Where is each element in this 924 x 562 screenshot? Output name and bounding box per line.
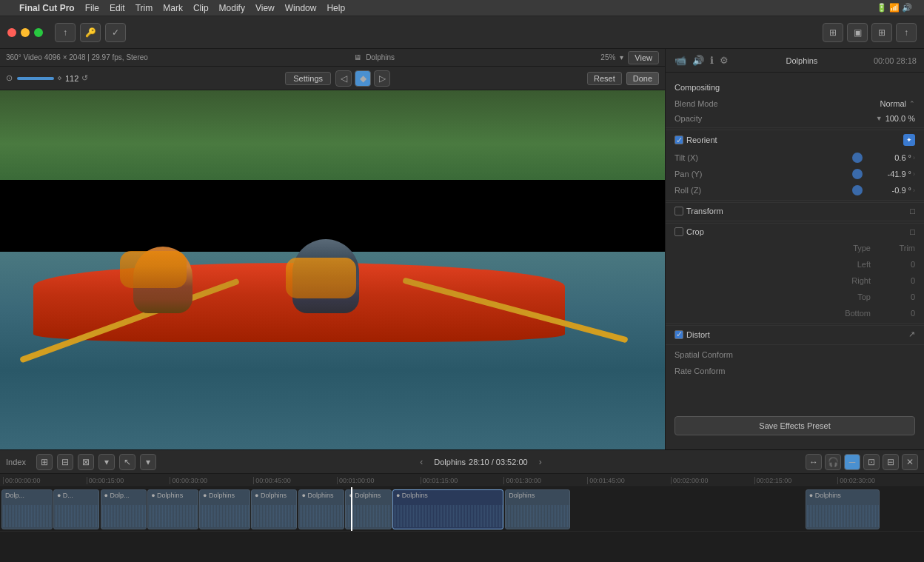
- crop-checkbox[interactable]: [674, 227, 683, 236]
- clip-9[interactable]: Dolphins: [505, 489, 569, 529]
- timeline-snap-btn[interactable]: ↔: [806, 454, 822, 470]
- close-window-button[interactable]: [7, 28, 16, 37]
- main-toolbar: ↑ 🔑 ✓ ⊞ ▣ ⊞ ↑: [0, 16, 924, 49]
- distort-checkbox[interactable]: ✓: [674, 330, 683, 339]
- reset-button[interactable]: Reset: [587, 72, 622, 85]
- layout-button[interactable]: ▣: [847, 23, 868, 42]
- menu-clip[interactable]: Clip: [193, 3, 209, 13]
- tilt-value[interactable]: 0.6 °: [867, 153, 911, 162]
- transform-checkbox[interactable]: [674, 207, 683, 215]
- distort-section-toggle[interactable]: ✓ Distort ↗: [666, 325, 924, 343]
- transform-expand-icon[interactable]: □: [910, 207, 915, 215]
- timeline-next-btn[interactable]: ›: [534, 457, 547, 467]
- prev-frame-button[interactable]: ◁: [335, 70, 352, 87]
- next-frame-button[interactable]: ▷: [374, 70, 390, 87]
- clip-7-label: ● Dolphins: [349, 492, 381, 499]
- timeline-zoom-btn[interactable]: ✕: [902, 454, 918, 470]
- crop-top-value[interactable]: 0: [871, 292, 915, 301]
- key-button[interactable]: 🔑: [80, 23, 101, 42]
- timeline-headphone-btn[interactable]: 🎧: [825, 454, 841, 470]
- settings-tab[interactable]: ⚙: [718, 53, 730, 67]
- vest2-layer: [286, 258, 356, 298]
- clip-4[interactable]: ● Dolphins: [199, 489, 250, 529]
- clip-6-waveform: [299, 505, 344, 527]
- clip-0[interactable]: Dolp...: [1, 489, 53, 529]
- timeline-dropdown-btn[interactable]: ▾: [98, 454, 115, 470]
- clip-2-label: ● Dolp...: [104, 492, 130, 499]
- crop-left-value[interactable]: 0: [871, 260, 915, 269]
- roll-circle-icon[interactable]: [852, 185, 863, 195]
- view-button[interactable]: View: [628, 51, 659, 64]
- zoom-level[interactable]: 25%: [600, 53, 615, 61]
- info-tab[interactable]: ℹ: [709, 53, 715, 67]
- reorient-icon[interactable]: ✦: [903, 134, 915, 146]
- crop-bottom-value[interactable]: 0: [871, 309, 915, 318]
- save-preset-button[interactable]: Save Effects Preset: [674, 416, 915, 435]
- crop-section-toggle[interactable]: Crop □: [666, 223, 924, 240]
- crop-left-label: Left: [674, 260, 871, 269]
- opacity-value[interactable]: 100.0 %: [886, 114, 915, 123]
- zoom-dropdown-icon[interactable]: ▾: [620, 53, 623, 61]
- menu-modify[interactable]: Modify: [219, 3, 245, 13]
- pan-value[interactable]: -41.9 °: [867, 170, 911, 178]
- playhead[interactable]: [351, 487, 352, 531]
- opacity-dropdown-icon[interactable]: ▼: [876, 115, 883, 122]
- blend-mode-value[interactable]: Normal ⌃: [880, 99, 915, 108]
- video-tab[interactable]: 📹: [673, 53, 688, 67]
- share-button[interactable]: ↑: [896, 23, 917, 42]
- ruler-mark-10: 00:02:30:00: [837, 477, 921, 484]
- arrow-tool-btn[interactable]: ↖: [119, 454, 135, 470]
- reorient-checkbox[interactable]: ✓: [674, 136, 683, 144]
- menu-edit[interactable]: Edit: [110, 3, 125, 13]
- menu-view[interactable]: View: [255, 3, 275, 13]
- clip-7-waveform: [346, 505, 390, 527]
- spatial-conform-row: Spatial Conform: [666, 347, 924, 363]
- center-button[interactable]: ◆: [355, 70, 371, 87]
- timeline-link-btn[interactable]: ─: [844, 454, 860, 470]
- menu-help[interactable]: Help: [327, 3, 345, 13]
- reset-icon[interactable]: ↺: [81, 73, 88, 83]
- grid-button[interactable]: ⊞: [823, 23, 843, 42]
- minimize-window-button[interactable]: [21, 28, 30, 37]
- timeline-clip-btn[interactable]: ⊞: [36, 454, 53, 470]
- timeline-prev-btn[interactable]: ‹: [415, 457, 428, 467]
- done-button[interactable]: Done: [626, 72, 659, 85]
- transform-section-toggle[interactable]: Transform □: [666, 202, 924, 219]
- timeline-view-btn[interactable]: ⊠: [78, 454, 94, 470]
- clip-1[interactable]: ● D...: [53, 489, 99, 529]
- check-button[interactable]: ✓: [105, 23, 126, 42]
- tilt-row: Tilt (X) 0.6 ° ›: [666, 150, 924, 166]
- index-label[interactable]: Index: [6, 458, 26, 466]
- roll-value[interactable]: -0.9 °: [867, 186, 911, 195]
- tilt-circle-icon[interactable]: [852, 153, 863, 163]
- clip-3[interactable]: ● Dolphins: [147, 489, 198, 529]
- fullscreen-button[interactable]: [34, 28, 43, 37]
- settings-button[interactable]: Settings: [285, 72, 331, 85]
- clip-6[interactable]: ● Dolphins: [298, 489, 344, 529]
- menu-trim[interactable]: Trim: [135, 3, 153, 13]
- menu-window[interactable]: Window: [285, 3, 317, 13]
- distort-expand-icon[interactable]: ↗: [908, 329, 915, 339]
- select-tool-btn[interactable]: ▾: [140, 454, 156, 470]
- menu-file[interactable]: File: [85, 3, 99, 13]
- menu-app-name[interactable]: Final Cut Pro: [19, 3, 75, 13]
- timeline-audio-btn[interactable]: ⊟: [57, 454, 73, 470]
- upload-button[interactable]: ↑: [55, 23, 76, 42]
- crop-expand-icon[interactable]: □: [910, 227, 915, 236]
- pan-circle-icon[interactable]: [852, 169, 863, 179]
- clip-5[interactable]: ● Dolphins: [251, 489, 297, 529]
- menu-mark[interactable]: Mark: [163, 3, 183, 13]
- adjust-button[interactable]: ⊞: [871, 23, 892, 42]
- timeline-clip-view-btn[interactable]: ⊟: [883, 454, 899, 470]
- slider-track[interactable]: [17, 77, 54, 80]
- crop-type-value[interactable]: Trim: [871, 244, 915, 252]
- timeline-copy-btn[interactable]: ⊡: [863, 454, 880, 470]
- blend-mode-dropdown-icon[interactable]: ⌃: [909, 100, 915, 107]
- crop-left-row: Left 0: [666, 256, 924, 272]
- clip-8-selected[interactable]: ● Dolphins: [392, 489, 503, 529]
- clip-2[interactable]: ● Dolp...: [101, 489, 147, 529]
- clip-5-label: ● Dolphins: [255, 492, 287, 499]
- clip-10[interactable]: ● Dolphins: [806, 489, 880, 529]
- crop-right-value[interactable]: 0: [871, 276, 915, 285]
- audio-tab[interactable]: 🔊: [691, 53, 706, 67]
